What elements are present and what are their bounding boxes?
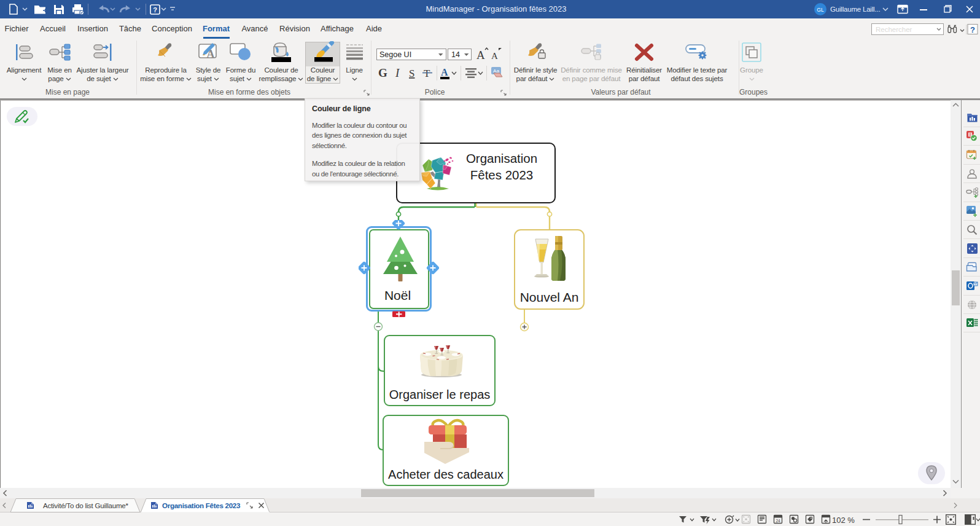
svg-text:S: S — [409, 68, 414, 79]
svg-text:I: I — [395, 66, 400, 79]
svg-text:?: ? — [970, 25, 975, 34]
svg-text:A: A — [476, 49, 485, 61]
svg-text:T: T — [424, 68, 430, 79]
svg-text:A: A — [441, 67, 448, 77]
svg-text:G: G — [378, 66, 387, 79]
svg-text:24: 24 — [776, 519, 780, 523]
svg-text:A: A — [491, 51, 498, 61]
